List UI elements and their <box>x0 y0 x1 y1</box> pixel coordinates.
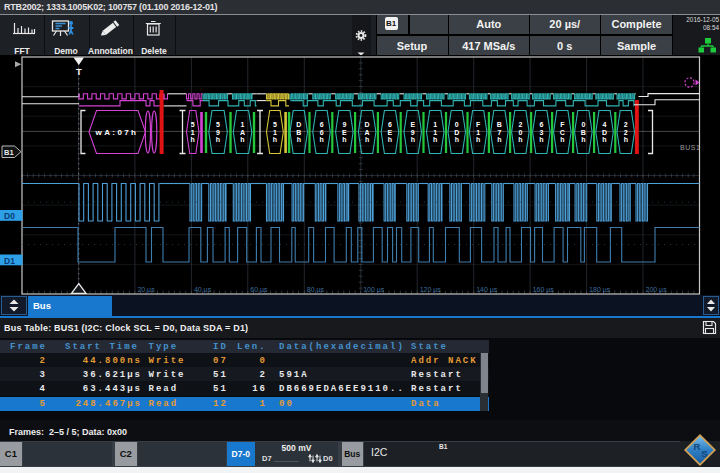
svg-text:R: R <box>693 441 700 452</box>
svg-text:T: T <box>76 66 82 77</box>
svg-text:80 µs: 80 µs <box>307 286 325 294</box>
svg-text:160 µs: 160 µs <box>533 286 555 294</box>
svg-text:1Ah: 1Ah <box>240 121 245 144</box>
svg-text:180 µs: 180 µs <box>589 286 611 294</box>
svg-text:63h: 63h <box>539 121 543 144</box>
svg-text:66h: 66h <box>319 121 323 144</box>
svg-text:DBh: DBh <box>296 121 301 144</box>
svg-text:20 µs: 20 µs <box>137 286 155 294</box>
svg-text:B7h: B7h <box>497 121 502 144</box>
svg-text:0Bh: 0Bh <box>581 121 586 144</box>
svg-text:200 µs: 200 µs <box>646 286 668 294</box>
svg-text:9Eh: 9Eh <box>342 121 347 144</box>
svg-text:100 µs: 100 µs <box>363 286 385 294</box>
svg-text:20h: 20h <box>518 121 522 144</box>
svg-text:59h: 59h <box>216 121 220 144</box>
svg-text:E9h: E9h <box>410 121 415 144</box>
svg-text:4Dh: 4Dh <box>602 121 607 144</box>
svg-text:140 µs: 140 µs <box>476 286 498 294</box>
svg-text:40 µs: 40 µs <box>194 286 212 294</box>
svg-text:22h: 22h <box>624 121 628 144</box>
svg-text:BUS1: BUS1 <box>680 144 700 151</box>
svg-text:11h: 11h <box>433 121 437 144</box>
svg-text:D1: D1 <box>4 256 15 266</box>
svg-text:0Dh: 0Dh <box>454 121 459 144</box>
svg-text:D0: D0 <box>4 211 15 221</box>
svg-text:B1: B1 <box>4 148 14 157</box>
svg-text:FCh: FCh <box>560 121 565 144</box>
svg-text:60 µs: 60 µs <box>250 286 268 294</box>
svg-text:wA:07h: wA:07h <box>95 128 139 137</box>
svg-text:6Eh: 6Eh <box>388 121 393 144</box>
svg-text:S: S <box>701 448 708 459</box>
svg-text:51h: 51h <box>191 121 195 144</box>
svg-text:DAh: DAh <box>365 121 370 144</box>
svg-text:120 µs: 120 µs <box>420 286 442 294</box>
svg-text:51h: 51h <box>273 121 277 144</box>
